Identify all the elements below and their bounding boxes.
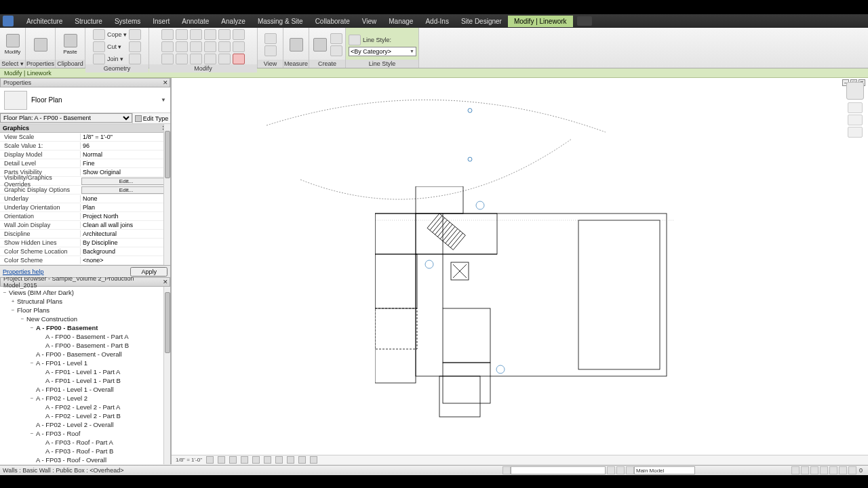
geom-tool[interactable] — [129, 41, 141, 52]
viewbar-button[interactable] — [310, 456, 317, 464]
tree-node[interactable]: −Views (BIM After Dark) — [0, 288, 170, 297]
tree-node[interactable]: −Floor Plans — [0, 306, 170, 314]
prop-row[interactable]: Underlay OrientationPlan — [0, 203, 170, 212]
prop-value[interactable]: Edit... — [81, 186, 169, 194]
geom-tool[interactable] — [129, 54, 141, 64]
modify-tool[interactable] — [190, 54, 202, 64]
expand-icon[interactable]: − — [19, 316, 26, 322]
viewbar-button[interactable] — [264, 456, 271, 464]
viewbar-button[interactable] — [206, 456, 214, 464]
modify-tool[interactable] — [204, 54, 216, 64]
viewbar-button[interactable] — [241, 456, 248, 464]
viewbar-button[interactable] — [287, 456, 294, 464]
browser-header[interactable]: Project Browser - Sample_Volume 2_Produc… — [0, 277, 170, 287]
prop-row[interactable]: DisciplineArchitectural — [0, 230, 170, 239]
create-tool[interactable] — [330, 45, 342, 56]
prop-value[interactable]: 96 — [80, 142, 170, 149]
status-icon[interactable] — [502, 466, 511, 474]
status-icon[interactable] — [607, 466, 615, 474]
modify-tool[interactable] — [233, 41, 245, 52]
prop-value[interactable]: Fine — [80, 160, 170, 167]
tree-node[interactable]: A - FP03 - Roof - Overall — [0, 455, 170, 464]
prop-value[interactable]: Background — [80, 248, 170, 255]
prop-value[interactable]: Clean all wall joins — [80, 222, 170, 228]
expand-icon[interactable]: + — [9, 298, 16, 304]
join-button[interactable]: Join ▾ — [93, 54, 127, 64]
view-tool[interactable] — [264, 45, 277, 56]
nav-button[interactable] — [848, 115, 863, 125]
view-cube[interactable] — [846, 82, 864, 100]
status-icon[interactable] — [810, 466, 818, 474]
prop-value[interactable]: 1/8" = 1'-0" — [80, 134, 170, 140]
viewbar-button[interactable] — [252, 456, 260, 464]
tree-node[interactable]: −A - FP01 - Level 1 — [0, 359, 170, 367]
measure-button[interactable] — [286, 31, 306, 58]
tree-node[interactable]: A - FP01 - Level 1 - Part B — [0, 376, 170, 385]
modify-tool[interactable] — [161, 29, 174, 40]
status-icon[interactable] — [801, 466, 809, 474]
tab-insert[interactable]: Insert — [146, 16, 176, 27]
ribbon-cap[interactable] — [577, 16, 592, 26]
expand-icon[interactable]: − — [28, 430, 35, 436]
viewbar-button[interactable] — [229, 456, 237, 464]
modify-tool[interactable] — [218, 41, 231, 52]
modify-tool[interactable] — [176, 54, 188, 64]
prop-value[interactable]: Plan — [80, 204, 170, 211]
prop-row[interactable]: Color Scheme<none> — [0, 256, 170, 265]
modify-tool[interactable] — [218, 54, 231, 64]
tab-view[interactable]: View — [356, 16, 383, 27]
expand-icon[interactable]: − — [1, 289, 8, 296]
expand-icon[interactable]: − — [9, 307, 16, 313]
view-tool[interactable] — [264, 33, 277, 44]
prop-value[interactable]: Architectural — [80, 230, 170, 237]
tree-node[interactable]: A - FP02 - Level 2 - Part A — [0, 403, 170, 411]
prop-value[interactable]: Normal — [80, 151, 170, 158]
cope-button[interactable]: Cope ▾ — [93, 29, 127, 40]
tree-node[interactable]: −A - FP00 - Basement — [0, 323, 170, 332]
tree-node[interactable]: A - FP01 - Level 1 - Part A — [0, 367, 170, 376]
tree-node[interactable]: +Structural Plans — [0, 297, 170, 306]
modify-tool[interactable] — [233, 29, 245, 40]
scrollbar[interactable] — [163, 124, 170, 265]
tab-site-designer[interactable]: Site Designer — [455, 16, 508, 27]
viewbar-button[interactable] — [298, 456, 306, 464]
modify-tool[interactable] — [204, 41, 216, 52]
group-select-label[interactable]: Select ▾ — [0, 60, 25, 68]
modify-tool[interactable] — [176, 41, 188, 52]
delete-button[interactable] — [233, 54, 245, 64]
modify-tool-button[interactable]: Modify — [3, 31, 22, 58]
tab-modify-linework[interactable]: Modify | Linework — [508, 16, 573, 27]
prop-row[interactable]: Graphic Display OptionsEdit... — [0, 186, 170, 195]
app-icon[interactable] — [3, 16, 14, 26]
prop-row[interactable]: Visibility/Graphics OverridesEdit... — [0, 177, 170, 186]
prop-value[interactable]: <none> — [80, 257, 170, 264]
geom-tool[interactable] — [129, 29, 141, 40]
tab-systems[interactable]: Systems — [108, 16, 146, 27]
modify-tool[interactable] — [176, 29, 188, 40]
tab-annotate[interactable]: Annotate — [176, 16, 215, 27]
modify-tool[interactable] — [204, 29, 216, 40]
prop-value[interactable]: By Discipline — [80, 239, 170, 246]
prop-row[interactable]: Show Hidden LinesBy Discipline — [0, 239, 170, 247]
status-icon[interactable] — [839, 466, 847, 474]
tree-node[interactable]: A - FP02 - Level 2 - Part B — [0, 411, 170, 420]
view-scale-label[interactable]: 1/8" = 1'-0" — [176, 457, 202, 463]
modify-tool[interactable] — [161, 41, 174, 52]
status-icon[interactable] — [820, 466, 828, 474]
expand-icon[interactable]: − — [28, 360, 35, 366]
modify-tool[interactable] — [190, 29, 202, 40]
create-button[interactable] — [312, 31, 328, 58]
create-tool[interactable] — [330, 33, 342, 44]
prop-row[interactable]: Display ModelNormal — [0, 150, 170, 159]
prop-row[interactable]: Scale Value 1:96 — [0, 142, 170, 150]
tab-architecture[interactable]: Architecture — [20, 16, 68, 27]
filter-icon[interactable] — [848, 466, 856, 474]
close-icon[interactable]: ✕ — [162, 279, 170, 285]
prop-row[interactable]: UnderlayNone — [0, 195, 170, 203]
design-option-field[interactable]: Main Model — [634, 466, 695, 474]
tree-node[interactable]: A - FP00 - Basement - Overall — [0, 350, 170, 359]
status-icon[interactable] — [791, 466, 800, 474]
prop-category[interactable]: Graphics✕ — [0, 124, 170, 133]
editable-only-icon[interactable] — [626, 466, 634, 474]
instance-selector[interactable]: Floor Plan: A - FP00 - Basement — [0, 113, 132, 123]
